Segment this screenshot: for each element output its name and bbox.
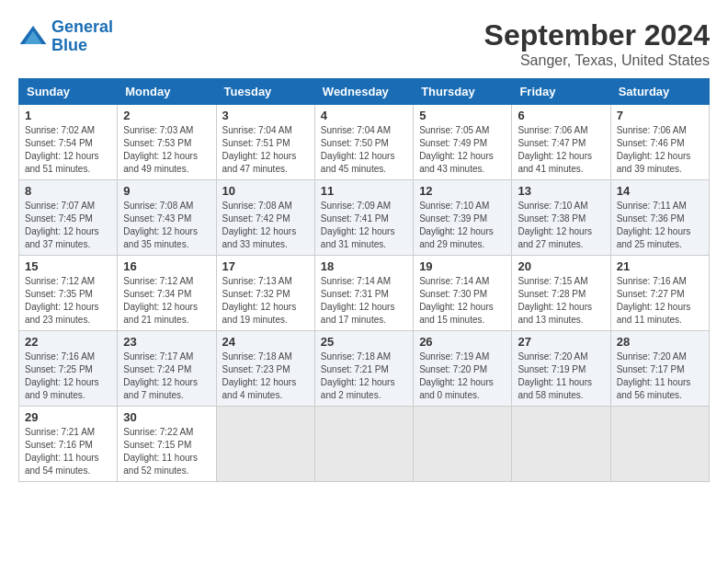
column-header-wednesday: Wednesday [314,79,413,105]
calendar-cell: 19Sunrise: 7:14 AMSunset: 7:30 PMDayligh… [414,256,512,331]
day-info: Sunrise: 7:16 AMSunset: 7:25 PMDaylight:… [25,350,111,402]
calendar-cell: 20Sunrise: 7:15 AMSunset: 7:28 PMDayligh… [512,256,610,331]
day-number: 13 [518,184,604,198]
day-number: 19 [419,259,506,273]
calendar-table: SundayMondayTuesdayWednesdayThursdayFrid… [18,78,710,482]
day-info: Sunrise: 7:05 AMSunset: 7:49 PMDaylight:… [419,124,506,176]
day-info: Sunrise: 7:06 AMSunset: 7:47 PMDaylight:… [518,124,604,176]
calendar-cell: 13Sunrise: 7:10 AMSunset: 7:38 PMDayligh… [512,180,610,256]
logo-text: General Blue [51,18,113,55]
day-info: Sunrise: 7:08 AMSunset: 7:42 PMDaylight:… [222,200,309,251]
day-number: 10 [222,184,309,198]
day-info: Sunrise: 7:12 AMSunset: 7:35 PMDaylight:… [25,275,111,327]
calendar-cell: 3Sunrise: 7:04 AMSunset: 7:51 PMDaylight… [216,105,314,180]
day-info: Sunrise: 7:18 AMSunset: 7:23 PMDaylight:… [222,350,309,402]
logo-icon [18,22,48,52]
calendar-cell: 28Sunrise: 7:20 AMSunset: 7:17 PMDayligh… [610,331,709,407]
calendar-cell: 24Sunrise: 7:18 AMSunset: 7:23 PMDayligh… [216,331,314,407]
day-number: 11 [321,184,407,198]
calendar-week-3: 15Sunrise: 7:12 AMSunset: 7:35 PMDayligh… [19,256,710,331]
day-info: Sunrise: 7:10 AMSunset: 7:39 PMDaylight:… [419,200,506,251]
day-info: Sunrise: 7:06 AMSunset: 7:46 PMDaylight:… [617,124,703,176]
day-info: Sunrise: 7:02 AMSunset: 7:54 PMDaylight:… [25,124,111,176]
calendar-cell: 22Sunrise: 7:16 AMSunset: 7:25 PMDayligh… [19,331,118,407]
day-number: 27 [518,335,604,349]
day-number: 7 [617,109,703,122]
day-number: 14 [617,184,703,198]
day-info: Sunrise: 7:13 AMSunset: 7:32 PMDaylight:… [222,275,309,327]
calendar-cell: 1Sunrise: 7:02 AMSunset: 7:54 PMDaylight… [19,105,118,180]
day-number: 23 [123,335,210,349]
day-number: 5 [419,109,506,122]
calendar-cell: 5Sunrise: 7:05 AMSunset: 7:49 PMDaylight… [414,105,512,180]
day-info: Sunrise: 7:03 AMSunset: 7:53 PMDaylight:… [123,124,210,176]
calendar-cell [512,407,610,482]
calendar-cell: 12Sunrise: 7:10 AMSunset: 7:39 PMDayligh… [414,180,512,256]
calendar-cell: 15Sunrise: 7:12 AMSunset: 7:35 PMDayligh… [19,256,118,331]
calendar-cell: 26Sunrise: 7:19 AMSunset: 7:20 PMDayligh… [414,331,512,407]
day-number: 1 [25,109,111,122]
main-title: September 2024 [484,18,710,52]
day-info: Sunrise: 7:22 AMSunset: 7:15 PMDaylight:… [123,426,210,477]
calendar-cell: 9Sunrise: 7:08 AMSunset: 7:43 PMDaylight… [118,180,216,256]
calendar-week-4: 22Sunrise: 7:16 AMSunset: 7:25 PMDayligh… [19,331,710,407]
calendar-cell: 29Sunrise: 7:21 AMSunset: 7:16 PMDayligh… [19,407,118,482]
day-info: Sunrise: 7:14 AMSunset: 7:31 PMDaylight:… [321,275,407,327]
calendar-cell: 30Sunrise: 7:22 AMSunset: 7:15 PMDayligh… [118,407,216,482]
calendar-cell: 2Sunrise: 7:03 AMSunset: 7:53 PMDaylight… [118,105,216,180]
day-number: 24 [222,335,309,349]
logo: General Blue [18,18,113,55]
page-header: General Blue September 2024 Sanger, Texa… [18,18,710,69]
day-info: Sunrise: 7:14 AMSunset: 7:30 PMDaylight:… [419,275,506,327]
day-number: 28 [617,335,703,349]
title-section: September 2024 Sanger, Texas, United Sta… [484,18,710,69]
day-info: Sunrise: 7:04 AMSunset: 7:50 PMDaylight:… [321,124,407,176]
calendar-cell [414,407,512,482]
day-info: Sunrise: 7:15 AMSunset: 7:28 PMDaylight:… [518,275,604,327]
day-number: 17 [222,259,309,273]
day-info: Sunrise: 7:21 AMSunset: 7:16 PMDaylight:… [25,426,111,477]
logo-line1: General [51,17,113,36]
calendar-cell: 7Sunrise: 7:06 AMSunset: 7:46 PMDaylight… [610,105,709,180]
calendar-cell: 23Sunrise: 7:17 AMSunset: 7:24 PMDayligh… [118,331,216,407]
column-header-thursday: Thursday [414,79,512,105]
day-info: Sunrise: 7:10 AMSunset: 7:38 PMDaylight:… [518,200,604,251]
calendar-week-1: 1Sunrise: 7:02 AMSunset: 7:54 PMDaylight… [19,105,710,180]
day-number: 26 [419,335,506,349]
day-number: 16 [123,259,210,273]
column-header-sunday: Sunday [19,79,118,105]
subtitle: Sanger, Texas, United States [484,52,710,69]
day-info: Sunrise: 7:07 AMSunset: 7:45 PMDaylight:… [25,200,111,251]
day-number: 29 [25,410,111,424]
day-info: Sunrise: 7:09 AMSunset: 7:41 PMDaylight:… [321,200,407,251]
day-number: 21 [617,259,703,273]
day-number: 15 [25,259,111,273]
day-number: 9 [123,184,210,198]
day-number: 3 [222,109,309,122]
calendar-cell: 17Sunrise: 7:13 AMSunset: 7:32 PMDayligh… [216,256,314,331]
calendar-cell: 6Sunrise: 7:06 AMSunset: 7:47 PMDaylight… [512,105,610,180]
day-number: 6 [518,109,604,122]
calendar-cell: 27Sunrise: 7:20 AMSunset: 7:19 PMDayligh… [512,331,610,407]
day-info: Sunrise: 7:16 AMSunset: 7:27 PMDaylight:… [617,275,703,327]
calendar-week-5: 29Sunrise: 7:21 AMSunset: 7:16 PMDayligh… [19,407,710,482]
calendar-week-2: 8Sunrise: 7:07 AMSunset: 7:45 PMDaylight… [19,180,710,256]
day-info: Sunrise: 7:17 AMSunset: 7:24 PMDaylight:… [123,350,210,402]
day-info: Sunrise: 7:20 AMSunset: 7:19 PMDaylight:… [518,350,604,402]
column-header-monday: Monday [118,79,216,105]
calendar-cell [610,407,709,482]
column-header-friday: Friday [512,79,610,105]
day-info: Sunrise: 7:04 AMSunset: 7:51 PMDaylight:… [222,124,309,176]
calendar-cell [216,407,314,482]
day-info: Sunrise: 7:18 AMSunset: 7:21 PMDaylight:… [321,350,407,402]
calendar-header-row: SundayMondayTuesdayWednesdayThursdayFrid… [19,79,710,105]
calendar-cell: 21Sunrise: 7:16 AMSunset: 7:27 PMDayligh… [610,256,709,331]
day-info: Sunrise: 7:19 AMSunset: 7:20 PMDaylight:… [419,350,506,402]
calendar-cell [314,407,413,482]
day-info: Sunrise: 7:20 AMSunset: 7:17 PMDaylight:… [617,350,703,402]
calendar-cell: 25Sunrise: 7:18 AMSunset: 7:21 PMDayligh… [314,331,413,407]
calendar-cell: 11Sunrise: 7:09 AMSunset: 7:41 PMDayligh… [314,180,413,256]
logo-line2: Blue [51,36,87,54]
column-header-tuesday: Tuesday [216,79,314,105]
day-info: Sunrise: 7:12 AMSunset: 7:34 PMDaylight:… [123,275,210,327]
